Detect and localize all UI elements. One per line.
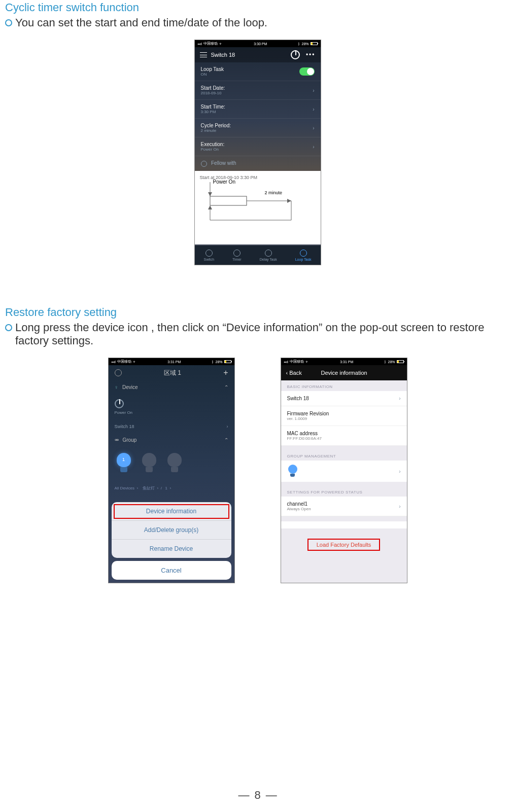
chevron-up-icon: ⌃ <box>224 384 228 390</box>
start-time-label: Start Time: <box>201 104 225 110</box>
switch18-label: Switch 18 <box>287 396 309 401</box>
fellow-label: Fellow with <box>211 160 236 166</box>
row-all-devices[interactable]: All Devices › 鱼缸灯 › / 1 › <box>109 481 234 495</box>
execution-label: Execution: <box>201 142 225 147</box>
bullet-cyclic: You can set the start and end time/date … <box>5 16 510 29</box>
channel-value: Always Open <box>287 507 311 511</box>
row-execution[interactable]: Execution: Power On › <box>195 137 321 156</box>
tab-delay[interactable]: Delay Task <box>260 250 277 261</box>
screenshot-action-sheet: ••ıl 中国移动 ᯤ 3:31 PM ᛒ 28% 区域 1 + ♀Device… <box>108 358 235 583</box>
zone-header: 区域 1 + <box>109 365 234 380</box>
svg-marker-8 <box>208 205 212 209</box>
section-restore-factory: Restore factory setting Long press the d… <box>5 306 510 347</box>
signal-icon: ••ıl <box>112 360 116 364</box>
chevron-right-icon: › <box>399 504 400 509</box>
diagram-period-label: 2 minute <box>265 190 283 195</box>
row-group-bulb[interactable]: › <box>281 461 407 482</box>
tab-timer-label: Timer <box>232 258 242 261</box>
cycle-period-value: 2 minute <box>201 128 231 133</box>
sheet-add-delete-group[interactable]: Add/Delete group(s) <box>112 521 231 540</box>
status-bar: ••ıl 中国移动 ᯤ 3:31 PM ᛒ 28% <box>281 358 407 365</box>
device-title: Switch 18 <box>211 52 235 58</box>
one-label: 1 <box>165 486 167 490</box>
wifi-icon: ᯤ <box>219 42 223 46</box>
bulb-off[interactable] <box>140 453 158 475</box>
all-devices-label: All Devices <box>115 486 135 490</box>
delay-icon <box>265 250 272 257</box>
cyclic-text: You can set the start and end time/date … <box>15 16 267 29</box>
battery-pct: 28% <box>388 360 395 364</box>
row-switch18[interactable]: Switch 18 › <box>109 420 234 433</box>
battery-icon <box>311 42 318 45</box>
bullet-restore: Long press the device icon , then click … <box>5 321 510 347</box>
battery-pct: 28% <box>301 42 308 46</box>
diagram-block: Start at 2018-09-10 3:30 PM Power On 2 m… <box>195 171 321 244</box>
sheet-device-info[interactable]: Device information <box>112 502 231 521</box>
chevron-right-icon: › <box>313 125 314 131</box>
loop-toggle[interactable] <box>299 67 315 76</box>
device-tile[interactable]: Power On <box>109 394 234 420</box>
clock-label: 3:31 PM <box>167 360 181 364</box>
tab-loop[interactable]: Loop Task <box>295 250 312 261</box>
row-channel1[interactable]: channel1 Always Open › <box>281 497 407 516</box>
row-mac: MAC address FF:FF:D0:00:6A:47 <box>281 426 407 446</box>
svg-rect-2 <box>210 196 247 205</box>
tab-timer[interactable]: Timer <box>232 250 242 261</box>
switch-icon <box>205 250 213 257</box>
svg-marker-4 <box>287 199 291 203</box>
switch-label: Switch 18 <box>115 424 134 429</box>
signal-icon: ••ıl <box>284 360 288 364</box>
bulb-lit[interactable]: 1 <box>115 453 133 475</box>
bulb-outline-icon: ♀ <box>115 384 119 390</box>
menu-icon[interactable] <box>200 52 207 57</box>
chevron-right-icon: › <box>313 107 314 112</box>
gear-icon[interactable] <box>115 369 122 376</box>
nav-header: ‹ Back Device information <box>281 365 407 380</box>
timer-icon <box>233 250 241 257</box>
power-label: Power On <box>115 410 133 415</box>
bulb-count: 1 <box>115 457 133 462</box>
page-number: —8— <box>0 789 515 802</box>
heading-cyclic: Cyclic timer switch function <box>5 1 510 14</box>
lfd-wrap: Load Factory Defaults <box>281 528 407 561</box>
zone-title: 区域 1 <box>164 369 181 377</box>
carrier-label: 中国移动 <box>203 41 218 46</box>
row-start-time[interactable]: Start Time: 3:30 PM › <box>195 100 321 119</box>
row-cycle-period[interactable]: Cycle Period: 2 minute › <box>195 119 321 137</box>
sheet-cancel[interactable]: Cancel <box>112 561 231 580</box>
row-fellow-with[interactable]: Fellow with <box>195 156 321 171</box>
action-sheet: Device information Add/Delete group(s) R… <box>112 502 231 580</box>
power-icon[interactable] <box>291 50 300 59</box>
chevron-up-icon: ⌃ <box>224 437 228 443</box>
battery-pct: 28% <box>215 360 222 364</box>
screenshot-device-info: ••ıl 中国移动 ᯤ 3:31 PM ᛒ 28% ‹ Back Device … <box>281 358 407 583</box>
bulb-icon <box>287 465 298 478</box>
start-date-label: Start Date: <box>201 85 225 91</box>
power-icon <box>115 399 124 408</box>
status-bar: ••ıl 中国移动 ᯤ 3:31 PM ᛒ 28% <box>109 358 234 365</box>
spacer <box>281 521 407 528</box>
bt-icon: ᛒ <box>298 42 300 46</box>
more-icon[interactable]: ••• <box>306 51 316 58</box>
loop-task-state: ON <box>201 72 224 77</box>
loop-icon <box>300 250 307 257</box>
tab-switch[interactable]: Switch <box>203 250 214 261</box>
row-switch18[interactable]: Switch 18 › <box>281 391 407 406</box>
heading-restore: Restore factory setting <box>5 306 510 319</box>
bullet-icon <box>5 19 12 26</box>
group-label: Group <box>123 437 137 443</box>
load-factory-defaults-button[interactable]: Load Factory Defaults <box>307 539 381 551</box>
row-firmware: Firmware Revision ver. 1.0009 <box>281 406 407 426</box>
bulb-off[interactable] <box>165 453 184 475</box>
chevron-right-icon: › <box>399 469 400 474</box>
cycle-period-label: Cycle Period: <box>201 123 231 128</box>
sheet-rename-device[interactable]: Rename Device <box>112 540 231 558</box>
row-device[interactable]: ♀Device ⌃ <box>109 380 234 394</box>
mac-value: FF:FF:D0:00:6A:47 <box>287 436 322 441</box>
row-group[interactable]: ⚮Group ⌃ <box>109 433 234 447</box>
start-time-value: 3:30 PM <box>201 110 225 114</box>
row-start-date[interactable]: Start Date: 2018-09-10 › <box>195 81 321 100</box>
plus-icon[interactable]: + <box>223 368 228 377</box>
radio-icon[interactable] <box>201 161 207 167</box>
start-date-value: 2018-09-10 <box>201 91 225 95</box>
